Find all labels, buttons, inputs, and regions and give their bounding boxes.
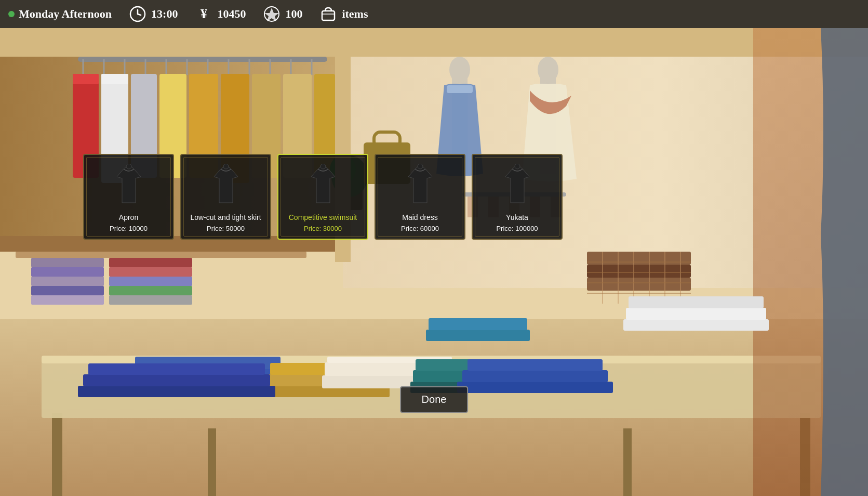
svg-rect-43 — [52, 413, 62, 496]
svg-rect-46 — [623, 428, 632, 496]
svg-rect-98 — [626, 308, 766, 320]
time-display: 13:00 — [128, 5, 178, 23]
svg-rect-63 — [468, 359, 603, 371]
item-name-apron: Apron — [90, 213, 167, 221]
svg-rect-7 — [78, 57, 327, 62]
svg-rect-101 — [429, 318, 527, 330]
item-icon-low-cut-tight-skirt — [188, 161, 264, 208]
item-card-low-cut-tight-skirt[interactable]: Low-cut and tight skirt Price: 50000 — [180, 154, 271, 240]
svg-rect-6 — [0, 28, 868, 57]
svg-rect-45 — [208, 428, 216, 496]
items-row: Apron Price: 10000 Low-cut and tight ski… — [83, 154, 563, 240]
day-indicator: Monday Afternoon — [8, 7, 112, 21]
svg-rect-61 — [457, 382, 613, 393]
svg-line-105 — [138, 14, 141, 15]
svg-rect-39 — [109, 267, 192, 277]
item-name-low-cut-tight-skirt: Low-cut and tight skirt — [188, 213, 264, 221]
item-icon-maid-dress — [382, 161, 458, 208]
svg-rect-23 — [101, 74, 128, 84]
svg-point-111 — [223, 164, 229, 169]
svg-rect-37 — [31, 295, 104, 305]
svg-rect-42 — [109, 295, 192, 305]
svg-rect-69 — [447, 85, 473, 93]
svg-rect-41 — [109, 286, 192, 295]
item-name-competitive-swimsuit: Competitive swimsuit — [285, 213, 361, 221]
item-price-low-cut-tight-skirt: Price: 50000 — [188, 225, 264, 232]
svg-rect-35 — [31, 277, 104, 286]
stamina-icon — [262, 5, 281, 23]
clock-icon — [128, 5, 147, 23]
item-price-apron: Price: 10000 — [90, 225, 167, 232]
svg-rect-21 — [73, 74, 99, 84]
item-card-apron[interactable]: Apron Price: 10000 — [83, 154, 174, 240]
item-card-maid-dress[interactable]: Maid dress Price: 60000 — [375, 154, 465, 240]
hud-bar: Monday Afternoon 13:00 ¥ 10450 100 — [0, 0, 868, 28]
item-card-competitive-swimsuit[interactable]: Competitive swimsuit Price: 30000 — [277, 154, 368, 240]
stamina-display: 100 — [262, 5, 302, 23]
item-name-maid-dress: Maid dress — [382, 213, 458, 221]
svg-rect-32 — [16, 252, 306, 258]
item-icon-yukata — [479, 161, 555, 208]
svg-rect-97 — [623, 319, 769, 331]
done-button[interactable]: Done — [400, 386, 469, 413]
day-dot — [8, 11, 15, 17]
svg-rect-99 — [629, 296, 764, 308]
items-label: items — [342, 7, 368, 21]
svg-point-114 — [515, 164, 520, 169]
yen-icon: ¥ — [194, 5, 213, 23]
money-value: 10450 — [217, 7, 246, 21]
svg-rect-100 — [426, 330, 530, 341]
time-value: 13:00 — [151, 7, 178, 21]
item-icon-competitive-swimsuit — [285, 161, 361, 208]
item-price-maid-dress: Price: 60000 — [382, 225, 458, 232]
svg-point-113 — [418, 164, 423, 169]
day-label: Monday Afternoon — [19, 7, 112, 21]
item-price-competitive-swimsuit: Price: 30000 — [285, 225, 361, 232]
svg-point-112 — [321, 164, 326, 169]
svg-rect-64 — [78, 386, 275, 397]
svg-point-110 — [126, 164, 131, 169]
svg-rect-108 — [322, 11, 335, 20]
svg-rect-65 — [83, 374, 270, 386]
scene-background — [0, 28, 868, 496]
svg-rect-34 — [31, 267, 104, 277]
item-name-yukata: Yukata — [479, 213, 555, 221]
svg-point-71 — [538, 57, 558, 83]
money-display: ¥ 10450 — [194, 5, 246, 23]
bag-display: items — [319, 5, 368, 23]
bag-icon — [319, 5, 338, 23]
svg-rect-33 — [31, 258, 104, 267]
svg-rect-40 — [109, 277, 192, 286]
svg-rect-62 — [462, 370, 608, 382]
svg-rect-38 — [109, 258, 192, 267]
item-price-yukata: Price: 100000 — [479, 225, 555, 232]
stamina-value: 100 — [285, 7, 302, 21]
item-card-yukata[interactable]: Yukata Price: 100000 — [472, 154, 563, 240]
item-icon-apron — [90, 161, 167, 208]
svg-rect-36 — [31, 286, 104, 295]
svg-point-68 — [449, 57, 470, 83]
svg-rect-66 — [88, 363, 265, 375]
